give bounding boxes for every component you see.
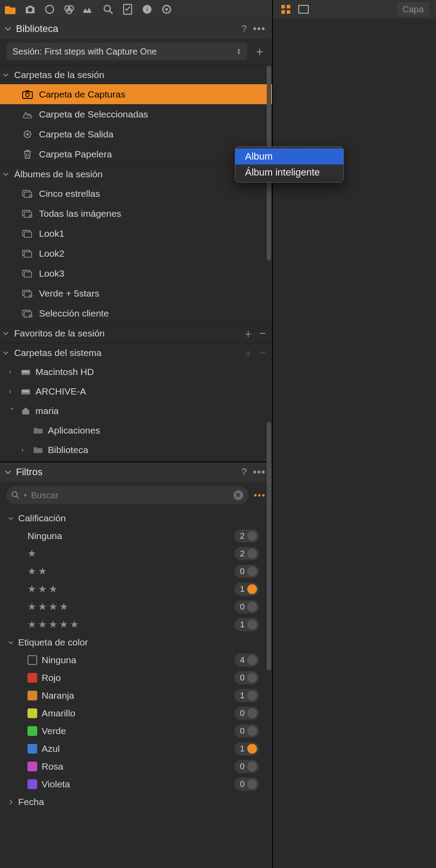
system-folders-header[interactable]: Carpetas del sistema ＋ − [0,343,272,362]
menu-item-album[interactable]: Album [235,149,343,164]
session-folder-papelera[interactable]: Carpeta Papelera [0,144,272,164]
chevron-down-icon[interactable]: › [8,407,17,414]
color-tag-label: Violeta [27,779,229,790]
lens-tab-icon[interactable] [43,3,56,16]
filter-toggle[interactable]: 1 [234,742,259,755]
chevron-down-icon[interactable] [3,171,11,177]
rating-filter-row[interactable]: ★★★★0 [0,598,272,616]
color-tag-filter-row[interactable]: Rojo0 [0,669,272,687]
add-favorite-button[interactable]: ＋ [242,328,254,339]
filter-toggle[interactable]: 0 [234,778,259,791]
color-tag-filter-row[interactable]: Naranja1 [0,687,272,704]
filter-toggle[interactable]: 1 [234,618,259,631]
rating-filter-row[interactable]: ★★0 [0,563,272,580]
filter-toggle[interactable]: 0 [234,760,259,773]
session-album-item[interactable]: Look3 [0,263,272,283]
chevron-down-icon[interactable] [3,72,11,78]
session-folders-header[interactable]: Carpetas de la sesión [0,65,272,84]
color-tag-filter-row[interactable]: Amarillo0 [0,704,272,722]
scrollbar-filters[interactable] [267,422,271,670]
filter-toggle[interactable]: 0 [234,600,259,614]
search-input[interactable] [31,490,230,500]
svg-point-10 [165,8,168,11]
session-folder-salida[interactable]: Carpeta de Salida [0,124,272,144]
session-albums-header[interactable]: Álbumes de la sesión ＋ − [0,164,272,184]
filter-count: 0 [240,779,245,789]
remove-sys-folder-button[interactable]: − [259,347,266,359]
filter-toggle[interactable]: 1 [234,689,259,702]
filter-toggle[interactable]: 2 [234,529,259,543]
chevron-right-icon[interactable]: › [9,368,16,376]
filter-toggle[interactable]: 1 [234,583,259,596]
layer-selector[interactable]: Capa [397,2,429,17]
help-icon[interactable]: ? [241,23,247,35]
chevron-down-icon[interactable] [4,25,12,32]
sys-folder-archive-a[interactable]: › ARCHIVE-A [0,382,272,401]
rating-filter-row[interactable]: Ninguna2 [0,527,272,545]
search-caret-icon[interactable]: ▼ [23,493,27,498]
date-filter-header[interactable]: Fecha [0,793,272,811]
filter-toggle[interactable]: 4 [234,653,259,667]
library-tab-icon[interactable] [4,3,17,16]
session-selector[interactable]: Sesión: First steps with Capture One ▲▼ [6,43,247,60]
chevron-down-icon[interactable] [3,330,11,336]
filter-toggle[interactable]: 2 [234,547,259,560]
rating-filter-row[interactable]: ★2 [0,545,272,563]
chevron-right-icon[interactable]: › [9,387,16,396]
sys-folder-macintosh-hd[interactable]: › Macintosh HD [0,362,272,382]
session-album-item[interactable]: Look1 [0,223,272,243]
color-tag-filter-header[interactable]: Etiqueta de color [0,633,272,651]
color-tag-filter-row[interactable]: Rosa0 [0,758,272,775]
filter-toggle[interactable]: 0 [234,724,259,738]
adjustments-tab-icon[interactable] [121,3,134,16]
sys-folder-biblioteca[interactable]: › Biblioteca [0,440,272,460]
session-album-item[interactable]: Cinco estrellas [0,184,272,203]
color-swatch [27,673,37,683]
sys-folder-maria[interactable]: › maria [0,401,272,421]
chevron-down-icon[interactable] [4,469,12,476]
details-tab-icon[interactable] [102,3,114,16]
capture-tab-icon[interactable] [24,3,36,16]
clear-search-button[interactable]: ✕ [234,490,243,500]
remove-favorite-button[interactable]: − [259,328,266,339]
sys-folder-aplicaciones[interactable]: Aplicaciones [0,421,272,440]
session-folder-capturas[interactable]: Carpeta de Capturas [0,84,272,104]
chevron-right-icon[interactable]: › [21,446,28,454]
more-icon[interactable]: ••• [253,23,266,35]
session-folder-seleccionadas[interactable]: Carpeta de Seleccionadas [0,104,272,124]
rating-filter-row[interactable]: ★★★1 [0,580,272,598]
color-tag-filter-row[interactable]: Violeta0 [0,775,272,793]
search-field[interactable]: ▼ ✕ [6,486,249,504]
svg-point-0 [46,5,54,13]
favorites-header[interactable]: Favoritos de la sesión ＋ − [0,323,272,343]
more-icon[interactable]: ••• [253,466,266,478]
single-view-icon[interactable] [298,4,309,15]
output-tab-icon[interactable] [160,3,173,16]
metadata-tab-icon[interactable]: i [141,3,153,16]
filter-toggle[interactable]: 0 [234,565,259,578]
add-session-button[interactable]: ＋ [253,43,266,60]
filter-count: 1 [240,744,245,754]
menu-item-smart-album[interactable]: Álbum inteligente [235,164,343,180]
session-album-item[interactable]: Verde + 5stars [0,283,272,303]
exposure-tab-icon[interactable] [82,3,95,16]
rating-stars: ★★ [27,566,229,577]
session-album-item[interactable]: Look2 [0,243,272,263]
color-tag-filter-row[interactable]: Verde0 [0,722,272,740]
help-icon[interactable]: ? [241,466,247,478]
filter-toggle[interactable]: 0 [234,707,259,720]
search-options-button[interactable]: ••• [254,490,266,500]
color-tag-filter-row[interactable]: Ninguna4 [0,651,272,669]
color-tab-icon[interactable] [63,3,75,16]
color-tag-filter-row[interactable]: Azul1 [0,740,272,758]
rating-stars: ★★★ [27,583,229,595]
chevron-down-icon[interactable] [3,350,11,356]
session-album-item[interactable]: Todas las imágenes [0,203,272,223]
grid-view-icon[interactable] [280,4,292,15]
rating-filter-header[interactable]: Calificación [0,509,272,527]
rating-filter-row[interactable]: ★★★★★1 [0,616,272,633]
filter-count: 0 [240,708,245,718]
filter-toggle[interactable]: 0 [234,671,259,684]
session-album-item[interactable]: Selección cliente [0,303,272,323]
add-sys-folder-button[interactable]: ＋ [242,347,254,359]
